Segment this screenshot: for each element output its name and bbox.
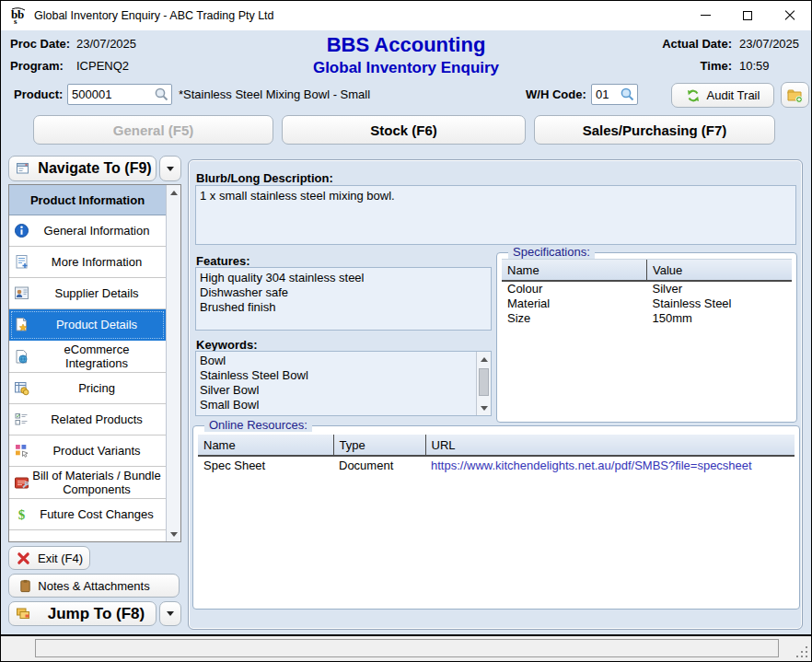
status-bar (1, 634, 811, 661)
table-cell: Size (502, 311, 647, 326)
sidebar-item-future-cost-changes[interactable]: $Future Cost Changes (9, 499, 166, 530)
supplier-icon (14, 285, 29, 301)
keywords-items: BowlStainless Steel BowlSilver BowlSmall… (196, 352, 476, 415)
sidebar-item-product-details[interactable]: Product Details (9, 309, 166, 341)
feature-line: Dishwasher safe (200, 285, 487, 300)
navigate-to-label: Navigate To (F9) (38, 160, 156, 177)
sidebar-item-label: Related Products (31, 412, 162, 426)
table-row[interactable]: ColourSilver (502, 281, 792, 296)
sidebar-nav-list: Product Information General InformationM… (8, 184, 181, 542)
jump-dropdown-button[interactable] (159, 601, 181, 626)
actual-date-label: Actual Date: (662, 37, 732, 51)
svg-text:s: s (14, 17, 17, 25)
online-resources-groupbox: Online Resources: NameTypeURL Spec Sheet… (192, 425, 800, 610)
actual-date-value: 23/07/2025 (739, 37, 806, 51)
keywords-label: Keywords: (196, 338, 257, 352)
exit-label: Exit (F4) (38, 552, 83, 565)
keywords-scrollbar[interactable] (476, 352, 491, 415)
wh-search-icon[interactable] (619, 86, 636, 103)
jump-to-button[interactable]: Jump To (F8) (8, 601, 157, 626)
sidebar-item-label: Product Details (31, 318, 162, 331)
table-cell: Material (502, 296, 647, 311)
time-label: Time: (701, 59, 732, 73)
tab-row: General (F5)Stock (F6)Sales/Purchasing (… (33, 115, 775, 145)
sidebar-item-supplier-details[interactable]: Supplier Details (9, 278, 166, 309)
page-globe-icon (14, 349, 29, 365)
dollar-icon: $ (14, 506, 29, 522)
sidebar-item-label: Bill of Materials / Bundle Components (31, 469, 162, 496)
tab-general-f5: General (F5) (33, 115, 273, 145)
table-cell: Document (333, 456, 425, 475)
keyword-item[interactable]: Small Bowl (200, 398, 476, 412)
scrollbar-thumb[interactable] (479, 368, 489, 396)
time-value: 10:59 (739, 59, 806, 73)
sidebar-item-label: Product Variants (31, 444, 162, 458)
table-row[interactable]: Spec SheetDocumenthttps://www.kitchendel… (198, 456, 795, 475)
table-cell: Spec Sheet (198, 456, 333, 475)
resize-grip[interactable] (795, 645, 808, 658)
sidebar-item-related-products[interactable]: Related Products (9, 404, 166, 436)
feature-line: High quality 304 stainless steel (200, 271, 487, 285)
tab-sales-purchasing-f7[interactable]: Sales/Purchasing (F7) (534, 115, 775, 145)
minimize-button[interactable] (684, 1, 726, 29)
wh-code-input[interactable] (592, 86, 619, 103)
bom-icon (14, 475, 29, 491)
maximize-icon (743, 11, 752, 20)
sidebar-scrollbar[interactable] (166, 185, 180, 541)
product-label: Product: (14, 87, 63, 101)
column-header-name: Name (502, 260, 647, 281)
pricing-icon (14, 380, 29, 396)
scroll-up-icon[interactable] (477, 352, 491, 366)
svg-text:$: $ (18, 507, 26, 522)
wh-code-label: W/H Code: (526, 87, 586, 101)
sidebar-item-pricing[interactable]: Pricing (9, 373, 166, 404)
scroll-down-icon[interactable] (167, 527, 180, 541)
sidebar-item-label: Future Cost Changes (31, 507, 162, 521)
column-header-name: Name (198, 435, 333, 456)
status-message-field (35, 639, 779, 657)
keyword-item[interactable]: Silver Bowl (200, 383, 476, 398)
notes-attachments-button[interactable]: Notes & Attachments (8, 574, 180, 598)
page-star-icon (14, 317, 29, 332)
column-header-value: Value (647, 260, 793, 281)
table-cell: Colour (502, 281, 647, 296)
sidebar-item-bill-of-materials-bundle-components[interactable]: Bill of Materials / Bundle Components (9, 467, 166, 499)
table-row[interactable]: MaterialStainless Steel (502, 296, 792, 311)
titlebar: bbs Global Inventory Enquiry - ABC Tradi… (1, 1, 811, 30)
tab-stock-f6[interactable]: Stock (F6) (282, 115, 526, 145)
sidebar-item-general-information[interactable]: General Information (9, 215, 166, 247)
table-row[interactable]: Size150mm (502, 311, 792, 326)
product-details-panel: Blurb/Long Description: 1 x small stainl… (188, 159, 803, 630)
close-button[interactable] (769, 1, 811, 29)
audit-trail-label: Audit Trail (707, 88, 760, 102)
maximize-button[interactable] (726, 1, 769, 29)
product-code-input[interactable] (68, 86, 153, 103)
keyword-item[interactable]: Bowl (200, 354, 476, 368)
folder-plus-icon (787, 87, 803, 103)
keywords-listbox[interactable]: BowlStainless Steel BowlSilver BowlSmall… (195, 351, 492, 416)
wh-code-lookup-field (591, 84, 638, 105)
sidebar-item-product-variants[interactable]: Product Variants (9, 436, 166, 467)
header: Proc Date:23/07/2025 Program:ICPENQ2 BBS… (1, 30, 811, 82)
add-folder-button[interactable] (781, 82, 809, 108)
specifications-title: Specifications: (508, 245, 595, 259)
column-header-url: URL (425, 435, 795, 456)
resource-url-link[interactable]: https://www.kitchendelights.net.au/pdf/S… (431, 459, 752, 472)
features-textbox[interactable]: High quality 304 stainless steelDishwash… (195, 267, 492, 331)
blurb-textbox[interactable]: 1 x small stainless steel mixing bowl. (195, 185, 796, 245)
sidebar-item-more-information[interactable]: More Information (9, 247, 166, 278)
product-search-icon[interactable] (153, 86, 170, 103)
audit-trail-button[interactable]: Audit Trail (671, 83, 774, 108)
keyword-item[interactable]: Stainless Steel Bowl (200, 368, 476, 383)
scroll-down-icon[interactable] (477, 401, 491, 415)
sidebar-item-ecommerce-integrations[interactable]: eCommerce Integrations (9, 341, 166, 373)
clipboard-icon (18, 579, 32, 593)
online-resources-table: NameTypeURL Spec SheetDocumenthttps://ww… (198, 435, 795, 475)
scroll-up-icon[interactable] (167, 185, 180, 200)
navigate-form-icon (16, 161, 30, 176)
navigate-dropdown-button[interactable] (159, 156, 181, 181)
chevron-down-icon (167, 167, 174, 171)
sidebar: Navigate To (F9) Product Information Gen… (8, 156, 181, 181)
exit-button[interactable]: Exit (F4) (8, 546, 90, 570)
navigate-to-button[interactable]: Navigate To (F9) (8, 156, 157, 181)
